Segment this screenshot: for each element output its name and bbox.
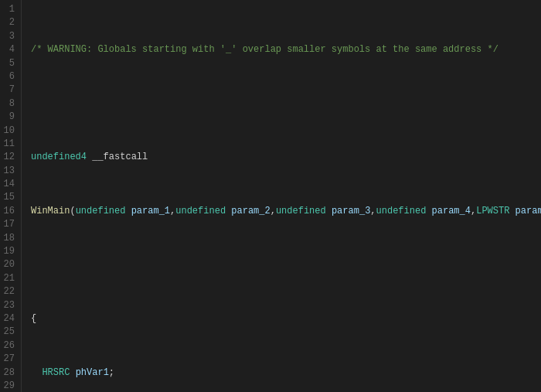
code-line-2 [31,97,541,111]
ln-5: 5 [3,57,15,70]
ln-16: 16 [3,205,15,218]
ln-15: 15 [3,191,15,204]
ln-22: 22 [3,285,15,298]
code-line-4: WinMain(undefined param_1,undefined para… [31,205,541,218]
ln-11: 11 [3,138,15,151]
ln-18: 18 [3,232,15,245]
code-line-6: { [31,312,541,326]
ln-27: 27 [3,353,15,366]
ln-1: 1 [3,3,15,16]
ln-20: 20 [3,258,15,271]
code-editor: 1 2 3 4 5 6 7 8 9 10 11 12 13 14 15 16 1… [0,0,541,392]
ln-2: 2 [3,16,15,29]
ln-23: 23 [3,299,15,312]
ln-21: 21 [3,272,15,285]
ln-4: 4 [3,43,15,56]
ln-29: 29 [3,380,15,392]
ln-28: 28 [3,366,15,380]
code-line-1: /* WARNING: Globals starting with '_' ov… [31,43,541,56]
ln-25: 25 [3,326,15,339]
ln-3: 3 [3,30,15,43]
ln-7: 7 [3,84,15,97]
code-line-3: undefined4 __fastcall [31,151,541,164]
ln-26: 26 [3,339,15,353]
ln-10: 10 [3,124,15,138]
ln-9: 9 [3,111,15,124]
ln-24: 24 [3,312,15,326]
ln-14: 14 [3,178,15,191]
code-line-5 [31,258,541,271]
ln-12: 12 [3,151,15,164]
ln-17: 17 [3,218,15,231]
ln-6: 6 [3,70,15,84]
ln-19: 19 [3,245,15,258]
code-body: /* WARNING: Globals starting with '_' ov… [22,0,541,392]
ln-8: 8 [3,97,15,111]
ln-13: 13 [3,165,15,178]
code-line-7: HRSRC phVar1; [31,366,541,380]
line-numbers: 1 2 3 4 5 6 7 8 9 10 11 12 13 14 15 16 1… [0,0,22,392]
